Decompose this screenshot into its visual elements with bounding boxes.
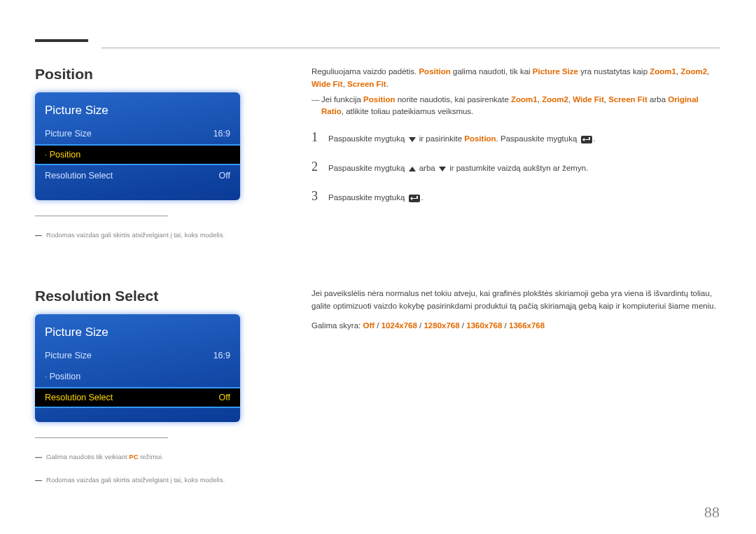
osd-row-picture-size: Picture Size 16:9 (35, 123, 240, 144)
header-accent (35, 39, 88, 42)
enter-icon (581, 136, 592, 143)
heading-resolution-select: Resolution Select (35, 288, 252, 304)
osd-value: Off (219, 393, 230, 402)
up-arrow-icon (409, 167, 416, 171)
osd-title: Picture Size (35, 321, 240, 345)
step-text: Paspauskite mygtuką . (328, 189, 720, 204)
osd-row-resolution: Resolution Select Off (35, 165, 240, 186)
osd-label: Resolution Select (45, 171, 113, 181)
indent-note: Jei funkcija Position norite naudotis, k… (312, 94, 720, 119)
step-number: 3 (312, 187, 328, 206)
osd-row-resolution: Resolution Select Off (35, 387, 240, 408)
osd-label: Resolution Select (45, 393, 113, 402)
step-text: Paspauskite mygtuką ir pasirinkite Posit… (328, 130, 720, 146)
header-rule (102, 48, 720, 48)
step-3: 3 Paspauskite mygtuką . (312, 187, 720, 206)
osd-label: ·Position (45, 150, 80, 160)
step-1: 1 Paspauskite mygtuką ir pasirinkite Pos… (312, 128, 720, 148)
right-column-1: Reguliuojama vaizdo padėtis. Position ga… (312, 66, 720, 206)
osd-label: Picture Size (45, 351, 92, 360)
left-column-2: Resolution Select Picture Size Picture S… (35, 288, 252, 491)
footnote: –Galima naudotis tik veikiant PC režimui… (35, 445, 245, 468)
footnote: –Rodomas vaizdas gali skirtis atsižvelgi… (35, 223, 245, 246)
step-text: Paspauskite mygtuką arba ir pastumkite v… (328, 160, 720, 175)
section-position: Position Picture Size Picture Size 16:9 … (35, 66, 720, 246)
footnote: –Rodomas vaizdas gali skirtis atsižvelgi… (35, 468, 245, 491)
right-column-2: Jei paveikslėlis nėra normalus net tokiu… (312, 288, 720, 332)
page-number: 88 (704, 503, 720, 521)
bullet-icon: · (45, 373, 47, 381)
footnote-rule (35, 216, 168, 216)
osd-value: Off (219, 171, 230, 181)
step-number: 2 (312, 157, 328, 177)
heading-position: Position (35, 66, 252, 83)
intro-paragraph: Reguliuojama vaizdo padėtis. Position ga… (312, 66, 720, 91)
osd-row-picture-size: Picture Size 16:9 (35, 345, 240, 366)
osd-value: 16:9 (214, 129, 230, 139)
footnote-block-2: –Galima naudotis tik veikiant PC režimui… (35, 437, 245, 491)
step-number: 1 (312, 128, 328, 148)
osd-screenshot-1: Picture Size Picture Size 16:9 ·Position… (35, 92, 240, 200)
osd-screenshot-2: Picture Size Picture Size 16:9 ·Position… (35, 314, 240, 422)
description-paragraph: Jei paveikslėlis nėra normalus net tokiu… (312, 288, 720, 313)
section-resolution-select: Resolution Select Picture Size Picture S… (35, 246, 720, 491)
osd-label: Picture Size (45, 129, 92, 139)
down-arrow-icon (409, 137, 416, 142)
bullet-icon: · (45, 151, 47, 159)
osd-label: ·Position (45, 372, 80, 381)
left-column-1: Position Picture Size Picture Size 16:9 … (35, 66, 252, 246)
step-2: 2 Paspauskite mygtuką arba ir pastumkite… (312, 157, 720, 177)
footnote-rule (35, 437, 168, 438)
available-resolutions: Galima skyra: Off / 1024x768 / 1280x768 … (312, 320, 720, 332)
osd-row-position: ·Position (35, 366, 240, 387)
footnote-block-1: –Rodomas vaizdas gali skirtis atsižvelgi… (35, 216, 245, 246)
osd-row-position: ·Position (35, 144, 240, 165)
osd-title: Picture Size (35, 99, 240, 123)
down-arrow-icon (439, 167, 446, 171)
osd-value: 16:9 (214, 351, 230, 360)
enter-icon (409, 195, 420, 202)
